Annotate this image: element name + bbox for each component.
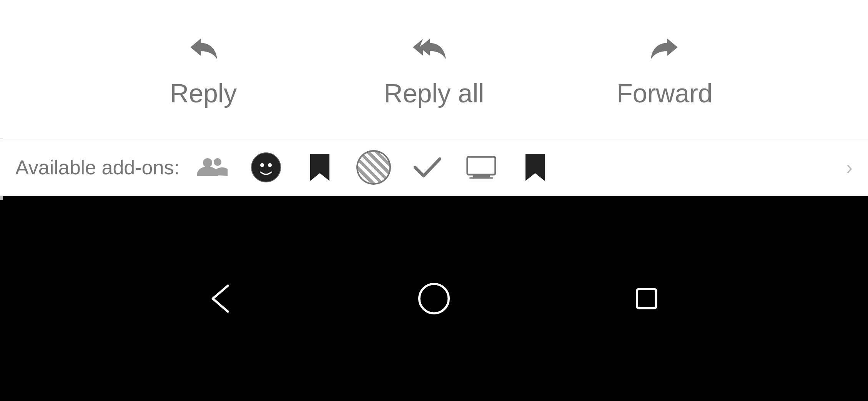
reply-icon <box>186 31 221 70</box>
face-addon-icon[interactable] <box>249 150 283 185</box>
bookmark2-addon-icon[interactable] <box>518 150 552 185</box>
reply-all-icon <box>413 31 455 70</box>
reply-all-button[interactable]: Reply all <box>319 23 549 116</box>
svg-rect-8 <box>469 177 493 179</box>
svg-rect-7 <box>473 175 490 177</box>
code-addon-icon[interactable] <box>464 150 499 185</box>
addons-bar: Available add-ons: <box>0 139 868 196</box>
scroll-right-indicator[interactable]: › <box>846 156 853 179</box>
forward-icon <box>647 31 682 70</box>
addon-icons-list <box>195 150 552 185</box>
addons-label: Available add-ons: <box>15 156 180 179</box>
home-nav-button[interactable] <box>409 274 459 324</box>
check-addon-icon[interactable] <box>410 150 445 185</box>
reply-button[interactable]: Reply <box>88 23 319 116</box>
android-nav-bar <box>0 196 868 401</box>
reply-label: Reply <box>170 78 237 108</box>
recents-nav-button[interactable] <box>622 274 672 324</box>
candy-addon-icon[interactable] <box>356 150 391 185</box>
bookmark-addon-icon[interactable] <box>303 150 337 185</box>
forward-label: Forward <box>617 78 712 108</box>
reply-all-label: Reply all <box>384 78 484 108</box>
svg-rect-10 <box>637 289 656 308</box>
svg-point-0 <box>203 158 212 167</box>
svg-point-4 <box>268 163 272 167</box>
svg-point-1 <box>214 158 221 166</box>
svg-point-9 <box>419 284 449 313</box>
back-nav-button[interactable] <box>196 274 246 324</box>
people-addon-icon[interactable] <box>195 150 229 185</box>
email-actions-bar: Reply Reply all Forward <box>0 0 868 139</box>
svg-point-3 <box>260 163 264 167</box>
svg-rect-6 <box>467 157 495 174</box>
forward-button[interactable]: Forward <box>549 23 780 116</box>
